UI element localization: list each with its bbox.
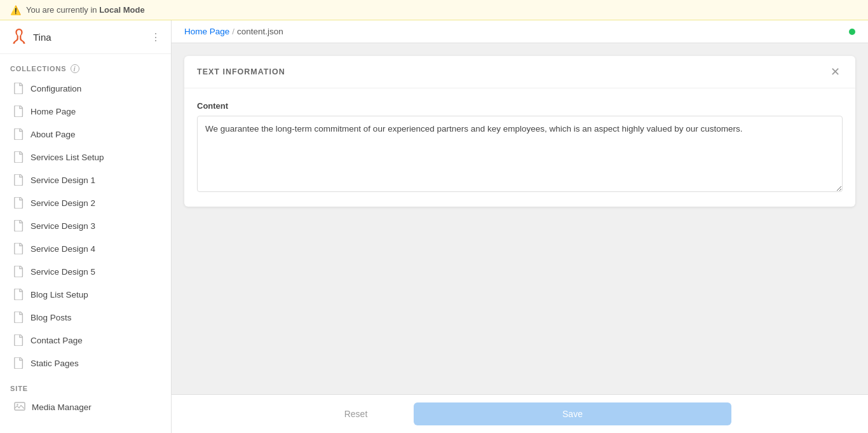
sidebar-item-service-design-2[interactable]: Service Design 2 <box>4 192 167 214</box>
sidebar-item-label: Media Manager <box>32 402 92 412</box>
doc-icon <box>14 83 24 94</box>
sidebar-item-label: Service Design 4 <box>31 244 95 254</box>
doc-icon <box>14 106 24 117</box>
sidebar-item-blog-list-setup[interactable]: Blog List Setup <box>4 284 167 305</box>
save-button[interactable]: Save <box>414 402 731 425</box>
sidebar-item-home-page[interactable]: Home Page <box>4 100 167 122</box>
breadcrumb-separator: / <box>232 27 234 36</box>
sidebar-item-service-design-3[interactable]: Service Design 3 <box>4 215 167 237</box>
sidebar-item-label: About Page <box>31 130 76 139</box>
doc-icon <box>14 243 24 254</box>
doc-icon <box>14 289 24 300</box>
doc-icon <box>14 174 24 186</box>
reset-button[interactable]: Reset <box>308 402 403 425</box>
sidebar-item-services-list-setup[interactable]: Services List Setup <box>4 146 167 168</box>
sidebar-item-label: Home Page <box>31 107 76 116</box>
svg-point-2 <box>17 404 18 405</box>
action-bar: Reset Save <box>172 394 868 433</box>
close-button[interactable]: ✕ <box>828 65 843 79</box>
sidebar-item-label: Blog List Setup <box>31 290 88 299</box>
sidebar-item-label: Configuration <box>31 84 81 93</box>
doc-icon <box>14 357 24 369</box>
sidebar-brand: Tina <box>10 28 51 46</box>
content-field-label: Content <box>197 101 843 111</box>
doc-icon <box>14 266 24 277</box>
form-card: TEXT INFORMATION ✕ Content <box>184 56 855 207</box>
svg-point-0 <box>17 31 18 32</box>
warning-icon: ⚠️ <box>10 5 21 15</box>
doc-icon <box>14 151 24 163</box>
doc-icon <box>14 334 24 346</box>
sidebar-item-label: Service Design 2 <box>31 198 95 208</box>
image-icon <box>14 402 25 412</box>
breadcrumb-parent-link[interactable]: Home Page <box>184 27 229 36</box>
doc-icon <box>14 312 24 323</box>
sidebar-item-contact-page[interactable]: Contact Page <box>4 329 167 351</box>
tina-logo-icon <box>10 28 28 46</box>
form-card-header: TEXT INFORMATION ✕ <box>184 56 855 88</box>
collections-info-icon[interactable]: i <box>71 64 79 73</box>
sidebar-item-label: Service Design 1 <box>31 175 95 185</box>
doc-icon <box>14 197 24 209</box>
sidebar-item-about-page[interactable]: About Page <box>4 123 167 145</box>
form-card-body: Content <box>184 88 855 207</box>
breadcrumb-bar: Home Page / content.json <box>172 20 868 43</box>
sidebar-item-label: Static Pages <box>31 359 79 368</box>
form-card-title: TEXT INFORMATION <box>197 67 285 76</box>
sidebar-item-configuration[interactable]: Configuration <box>4 78 167 99</box>
sidebar-item-label: Blog Posts <box>31 313 72 322</box>
warning-text: You are currently in Local Mode <box>26 5 145 15</box>
sidebar-brand-name: Tina <box>33 32 51 43</box>
sidebar-item-media-manager[interactable]: Media Manager <box>4 397 167 417</box>
content-area: Home Page / content.json TEXT INFORMATIO… <box>172 20 868 433</box>
site-section-label: SITE <box>0 375 171 396</box>
content-textarea[interactable] <box>197 116 843 192</box>
sidebar-item-label: Contact Page <box>31 336 83 345</box>
sidebar-item-label: Service Design 3 <box>31 221 95 231</box>
sidebar-header: Tina ⋮ <box>0 20 171 54</box>
warning-banner: ⚠️ You are currently in Local Mode <box>0 0 868 20</box>
sidebar-item-service-design-4[interactable]: Service Design 4 <box>4 238 167 259</box>
collections-section-label: COLLECTIONS i <box>0 54 171 77</box>
sidebar-item-label: Service Design 5 <box>31 267 95 277</box>
sidebar-menu-icon[interactable]: ⋮ <box>151 31 161 43</box>
sidebar-item-service-design-1[interactable]: Service Design 1 <box>4 169 167 191</box>
sidebar: Tina ⋮ COLLECTIONS i Configuration Home … <box>0 20 172 433</box>
sidebar-item-label: Services List Setup <box>31 153 104 162</box>
doc-icon <box>14 220 24 231</box>
main-panel: TEXT INFORMATION ✕ Content <box>172 43 868 394</box>
sidebar-item-blog-posts[interactable]: Blog Posts <box>4 306 167 328</box>
sidebar-item-service-design-5[interactable]: Service Design 5 <box>4 261 167 282</box>
sidebar-item-static-pages[interactable]: Static Pages <box>4 352 167 374</box>
svg-rect-1 <box>15 402 25 410</box>
breadcrumb-current: content.json <box>237 27 283 36</box>
breadcrumb: Home Page / content.json <box>184 27 283 36</box>
doc-icon <box>14 128 24 140</box>
status-indicator-dot <box>849 29 855 35</box>
